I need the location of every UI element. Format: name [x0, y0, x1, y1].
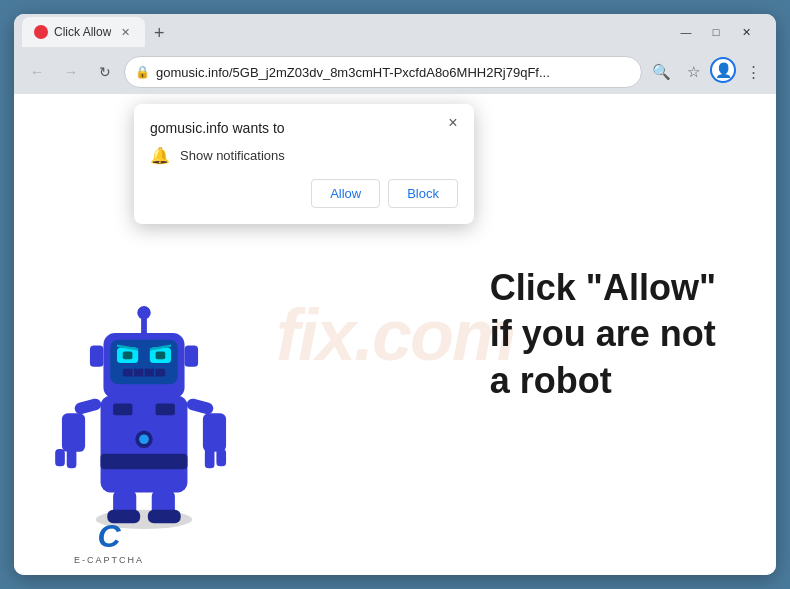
main-text-line3: a robot: [490, 358, 716, 405]
main-text-line1: Click "Allow": [490, 264, 716, 311]
tab-close-button[interactable]: ✕: [117, 24, 133, 40]
minimize-button[interactable]: —: [672, 21, 700, 43]
svg-rect-30: [216, 449, 226, 466]
svg-rect-12: [156, 351, 166, 359]
watermark: fix.com: [276, 294, 514, 376]
browser-window: Click Allow ✕ + — □ ✕ ← → ↻ 🔒 gomusic.in…: [14, 14, 776, 575]
svg-rect-25: [55, 449, 65, 466]
bell-icon: 🔔: [150, 146, 170, 165]
notification-row: 🔔 Show notifications: [150, 146, 458, 165]
close-button[interactable]: ✕: [732, 21, 760, 43]
profile-button[interactable]: 👤: [710, 57, 736, 83]
toolbar-icons: 🔍 ☆ 👤 ⋮: [646, 57, 768, 87]
more-button[interactable]: ⋮: [738, 57, 768, 87]
svg-rect-5: [113, 404, 132, 416]
svg-rect-11: [123, 351, 133, 359]
svg-rect-23: [73, 397, 102, 415]
maximize-button[interactable]: □: [702, 21, 730, 43]
robot-area: [44, 251, 274, 535]
block-button[interactable]: Block: [388, 179, 458, 208]
tab-bar: Click Allow ✕ +: [22, 17, 668, 47]
svg-point-4: [139, 434, 149, 444]
popup-title: gomusic.info wants to: [150, 120, 458, 136]
search-icon-button[interactable]: 🔍: [646, 57, 676, 87]
popup-buttons: Allow Block: [150, 179, 458, 208]
svg-rect-6: [156, 404, 175, 416]
allow-button[interactable]: Allow: [311, 179, 380, 208]
back-button[interactable]: ←: [22, 57, 52, 87]
svg-rect-24: [62, 413, 85, 452]
toolbar: ← → ↻ 🔒 gomusic.info/5GB_j2mZ03dv_8m3cmH…: [14, 50, 776, 94]
reload-button[interactable]: ↻: [90, 57, 120, 87]
title-bar: Click Allow ✕ + — □ ✕: [14, 14, 776, 50]
url-text: gomusic.info/5GB_j2mZ03dv_8m3cmHT-PxcfdA…: [156, 65, 631, 80]
main-text-line2: if you are not: [490, 311, 716, 358]
address-bar[interactable]: 🔒 gomusic.info/5GB_j2mZ03dv_8m3cmHT-Pxcf…: [124, 56, 642, 88]
svg-rect-26: [67, 449, 77, 468]
active-tab[interactable]: Click Allow ✕: [22, 17, 145, 47]
svg-rect-21: [90, 346, 104, 367]
svg-rect-22: [185, 346, 199, 367]
svg-point-20: [137, 306, 151, 320]
svg-rect-34: [148, 510, 181, 524]
captcha-logo: C: [74, 518, 144, 555]
tab-favicon: [34, 25, 48, 39]
main-text: Click "Allow" if you are not a robot: [490, 264, 716, 404]
svg-rect-28: [203, 413, 226, 452]
page-content: fix.com: [14, 94, 776, 575]
bookmark-button[interactable]: ☆: [678, 57, 708, 87]
captcha-badge: C E-CAPTCHA: [74, 518, 144, 565]
captcha-label: E-CAPTCHA: [74, 555, 144, 565]
notification-text: Show notifications: [180, 148, 285, 163]
svg-rect-27: [185, 397, 214, 415]
new-tab-button[interactable]: +: [145, 19, 173, 47]
popup-close-button[interactable]: ×: [442, 112, 464, 134]
svg-rect-2: [101, 454, 188, 469]
lock-icon: 🔒: [135, 65, 150, 79]
window-controls: — □ ✕: [672, 21, 760, 43]
notification-popup: × gomusic.info wants to 🔔 Show notificat…: [134, 104, 474, 224]
svg-rect-29: [205, 449, 215, 468]
tab-title: Click Allow: [54, 25, 111, 39]
forward-button[interactable]: →: [56, 57, 86, 87]
robot-illustration: [44, 251, 244, 531]
